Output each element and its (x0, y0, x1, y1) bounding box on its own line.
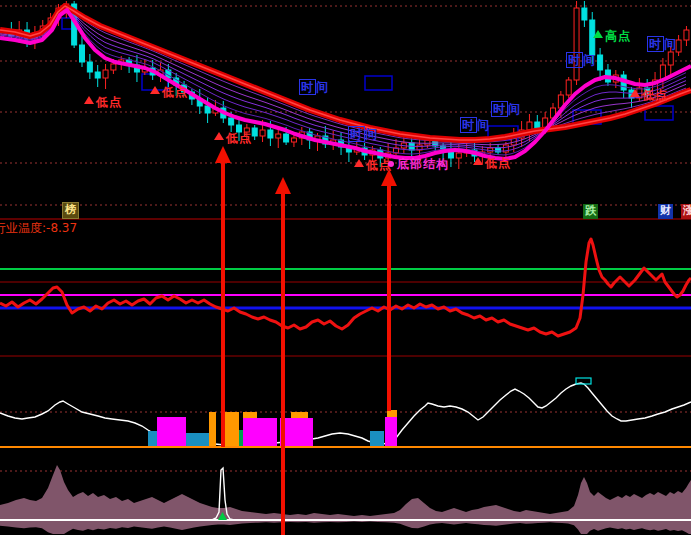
time-window-label: 时间 (647, 38, 677, 50)
low-point-label: 低点 (162, 86, 188, 98)
bottom-structure-dot (388, 161, 394, 167)
bang-badge[interactable]: 榜 (62, 202, 79, 219)
high-point-label: 高点 (605, 30, 631, 42)
chart-canvas[interactable] (0, 0, 691, 535)
low-point-label: 低点 (485, 157, 511, 169)
low-point-label: 低点 (96, 96, 122, 108)
industry-temperature-text: 行业温度: (0, 221, 46, 235)
time-window-label: 时间 (299, 81, 329, 93)
industry-temperature-value: -8.37 (46, 221, 77, 235)
low-point-marker (150, 86, 160, 94)
low-point-label: 低点 (642, 89, 668, 101)
time-window-label: 时间 (348, 128, 378, 140)
die-fall-badge[interactable]: 跌 (583, 204, 598, 219)
zhang-rise-badge[interactable]: 涨 (681, 204, 691, 219)
low-point-marker (354, 159, 364, 167)
bottom-structure-label: 底部结构 (397, 158, 449, 170)
low-point-marker (473, 157, 483, 165)
low-point-marker (214, 132, 224, 140)
time-window-label: 时间 (460, 119, 490, 131)
industry-temperature-label: 行业温度:-8.37 (0, 220, 77, 237)
low-point-marker (630, 89, 640, 97)
stock-analysis-screen: 低点低点低点低点低点低点高点时间时间时间时间时间时间底部结构 行业温度:-8.3… (0, 0, 691, 535)
low-point-label: 低点 (226, 132, 252, 144)
low-point-marker (84, 96, 94, 104)
time-window-label: 时间 (566, 54, 596, 66)
time-window-label: 时间 (491, 103, 521, 115)
cai-finance-badge[interactable]: 财 (658, 204, 673, 219)
high-point-marker (593, 30, 603, 38)
